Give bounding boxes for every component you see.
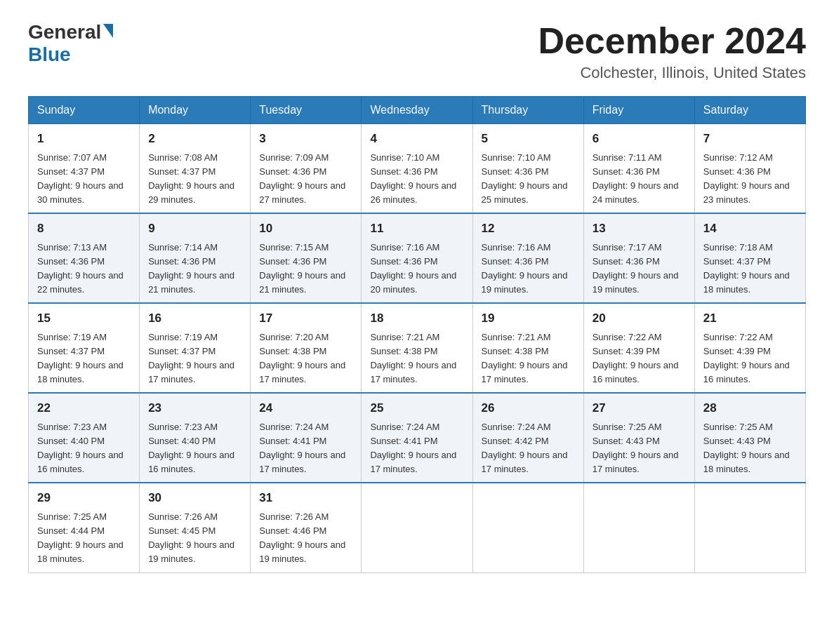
day-info: Sunrise: 7:20 AMSunset: 4:38 PMDaylight:… — [259, 332, 345, 384]
day-info: Sunrise: 7:08 AMSunset: 4:37 PMDaylight:… — [148, 152, 234, 205]
header-tuesday: Tuesday — [251, 97, 362, 124]
day-number: 31 — [259, 489, 352, 507]
day-number: 2 — [148, 130, 241, 148]
day-number: 16 — [148, 309, 241, 328]
table-row: 12 Sunrise: 7:16 AMSunset: 4:36 PMDaylig… — [472, 213, 583, 303]
table-row — [472, 483, 583, 572]
day-info: Sunrise: 7:16 AMSunset: 4:36 PMDaylight:… — [370, 242, 456, 295]
table-row: 10 Sunrise: 7:15 AMSunset: 4:36 PMDaylig… — [251, 213, 362, 303]
day-number: 30 — [148, 489, 241, 507]
day-info: Sunrise: 7:22 AMSunset: 4:39 PMDaylight:… — [593, 332, 679, 384]
day-info: Sunrise: 7:10 AMSunset: 4:36 PMDaylight:… — [370, 152, 456, 205]
day-info: Sunrise: 7:16 AMSunset: 4:36 PMDaylight:… — [482, 242, 568, 295]
calendar-week-row: 22 Sunrise: 7:23 AMSunset: 4:40 PMDaylig… — [29, 393, 806, 483]
header-saturday: Saturday — [694, 97, 805, 124]
location-subtitle: Colchester, Illinois, United States — [538, 64, 806, 82]
header-thursday: Thursday — [472, 97, 583, 124]
day-number: 26 — [482, 399, 575, 417]
page-header: General Blue December 2024 Colchester, I… — [28, 21, 806, 82]
day-number: 24 — [259, 399, 352, 417]
table-row — [362, 483, 472, 572]
table-row: 16 Sunrise: 7:19 AMSunset: 4:37 PMDaylig… — [140, 303, 251, 393]
day-info: Sunrise: 7:21 AMSunset: 4:38 PMDaylight:… — [482, 332, 568, 384]
day-number: 6 — [593, 130, 686, 148]
day-number: 7 — [703, 130, 797, 148]
table-row: 31 Sunrise: 7:26 AMSunset: 4:46 PMDaylig… — [251, 483, 362, 572]
day-number: 23 — [148, 399, 241, 417]
day-info: Sunrise: 7:21 AMSunset: 4:38 PMDaylight:… — [370, 332, 456, 384]
table-row: 2 Sunrise: 7:08 AMSunset: 4:37 PMDayligh… — [140, 124, 251, 214]
day-number: 18 — [370, 309, 463, 328]
day-number: 14 — [703, 220, 797, 238]
day-number: 17 — [259, 309, 352, 328]
day-number: 12 — [482, 220, 575, 238]
day-number: 20 — [593, 309, 686, 328]
table-row: 30 Sunrise: 7:26 AMSunset: 4:45 PMDaylig… — [140, 483, 251, 572]
table-row: 3 Sunrise: 7:09 AMSunset: 4:36 PMDayligh… — [251, 124, 362, 214]
day-info: Sunrise: 7:15 AMSunset: 4:36 PMDaylight:… — [259, 242, 345, 295]
table-row: 28 Sunrise: 7:25 AMSunset: 4:43 PMDaylig… — [694, 393, 805, 483]
table-row: 29 Sunrise: 7:25 AMSunset: 4:44 PMDaylig… — [29, 483, 140, 572]
day-number: 21 — [703, 309, 797, 328]
day-number: 28 — [703, 399, 797, 417]
title-section: December 2024 Colchester, Illinois, Unit… — [538, 21, 806, 82]
day-number: 5 — [482, 130, 575, 148]
day-number: 8 — [37, 220, 131, 238]
day-info: Sunrise: 7:24 AMSunset: 4:42 PMDaylight:… — [482, 422, 568, 474]
day-number: 9 — [148, 220, 241, 238]
table-row: 14 Sunrise: 7:18 AMSunset: 4:37 PMDaylig… — [694, 213, 805, 303]
table-row: 23 Sunrise: 7:23 AMSunset: 4:40 PMDaylig… — [140, 393, 251, 483]
logo-triangle-icon — [103, 24, 113, 38]
day-info: Sunrise: 7:11 AMSunset: 4:36 PMDaylight:… — [593, 152, 679, 205]
day-info: Sunrise: 7:23 AMSunset: 4:40 PMDaylight:… — [37, 422, 124, 474]
day-number: 4 — [370, 130, 463, 148]
day-number: 15 — [37, 309, 131, 328]
day-info: Sunrise: 7:09 AMSunset: 4:36 PMDaylight:… — [259, 152, 345, 205]
day-number: 29 — [37, 489, 131, 507]
table-row: 9 Sunrise: 7:14 AMSunset: 4:36 PMDayligh… — [140, 213, 251, 303]
header-friday: Friday — [583, 97, 694, 124]
day-info: Sunrise: 7:22 AMSunset: 4:39 PMDaylight:… — [703, 332, 790, 384]
table-row: 26 Sunrise: 7:24 AMSunset: 4:42 PMDaylig… — [472, 393, 583, 483]
day-number: 25 — [370, 399, 463, 417]
day-number: 1 — [37, 130, 131, 148]
table-row: 8 Sunrise: 7:13 AMSunset: 4:36 PMDayligh… — [29, 213, 140, 303]
day-info: Sunrise: 7:25 AMSunset: 4:43 PMDaylight:… — [703, 422, 790, 474]
table-row: 13 Sunrise: 7:17 AMSunset: 4:36 PMDaylig… — [583, 213, 694, 303]
table-row: 7 Sunrise: 7:12 AMSunset: 4:36 PMDayligh… — [694, 124, 805, 214]
calendar-table: Sunday Monday Tuesday Wednesday Thursday… — [28, 96, 806, 572]
table-row: 5 Sunrise: 7:10 AMSunset: 4:36 PMDayligh… — [472, 124, 583, 214]
logo-blue-container — [101, 27, 113, 38]
day-info: Sunrise: 7:19 AMSunset: 4:37 PMDaylight:… — [148, 332, 234, 384]
day-number: 3 — [259, 130, 352, 148]
day-info: Sunrise: 7:24 AMSunset: 4:41 PMDaylight:… — [259, 422, 345, 474]
table-row: 1 Sunrise: 7:07 AMSunset: 4:37 PMDayligh… — [29, 124, 140, 214]
table-row: 19 Sunrise: 7:21 AMSunset: 4:38 PMDaylig… — [472, 303, 583, 393]
table-row: 15 Sunrise: 7:19 AMSunset: 4:37 PMDaylig… — [29, 303, 140, 393]
table-row: 22 Sunrise: 7:23 AMSunset: 4:40 PMDaylig… — [29, 393, 140, 483]
table-row: 6 Sunrise: 7:11 AMSunset: 4:36 PMDayligh… — [583, 124, 694, 214]
day-info: Sunrise: 7:19 AMSunset: 4:37 PMDaylight:… — [37, 332, 124, 384]
day-number: 22 — [37, 399, 131, 417]
table-row: 20 Sunrise: 7:22 AMSunset: 4:39 PMDaylig… — [583, 303, 694, 393]
calendar-week-row: 1 Sunrise: 7:07 AMSunset: 4:37 PMDayligh… — [29, 124, 806, 214]
table-row: 11 Sunrise: 7:16 AMSunset: 4:36 PMDaylig… — [362, 213, 472, 303]
calendar-week-row: 15 Sunrise: 7:19 AMSunset: 4:37 PMDaylig… — [29, 303, 806, 393]
day-info: Sunrise: 7:12 AMSunset: 4:36 PMDaylight:… — [703, 152, 790, 205]
day-info: Sunrise: 7:10 AMSunset: 4:36 PMDaylight:… — [482, 152, 568, 205]
day-number: 13 — [593, 220, 686, 238]
table-row: 21 Sunrise: 7:22 AMSunset: 4:39 PMDaylig… — [694, 303, 805, 393]
day-info: Sunrise: 7:18 AMSunset: 4:37 PMDaylight:… — [703, 242, 790, 295]
table-row: 25 Sunrise: 7:24 AMSunset: 4:41 PMDaylig… — [362, 393, 472, 483]
day-number: 27 — [593, 399, 686, 417]
table-row: 24 Sunrise: 7:24 AMSunset: 4:41 PMDaylig… — [251, 393, 362, 483]
day-info: Sunrise: 7:17 AMSunset: 4:36 PMDaylight:… — [593, 242, 679, 295]
table-row: 17 Sunrise: 7:20 AMSunset: 4:38 PMDaylig… — [251, 303, 362, 393]
calendar-week-row: 8 Sunrise: 7:13 AMSunset: 4:36 PMDayligh… — [29, 213, 806, 303]
table-row: 4 Sunrise: 7:10 AMSunset: 4:36 PMDayligh… — [362, 124, 472, 214]
header-wednesday: Wednesday — [362, 97, 472, 124]
day-info: Sunrise: 7:14 AMSunset: 4:36 PMDaylight:… — [148, 242, 234, 295]
day-info: Sunrise: 7:25 AMSunset: 4:44 PMDaylight:… — [37, 511, 124, 564]
day-number: 10 — [259, 220, 352, 238]
day-info: Sunrise: 7:25 AMSunset: 4:43 PMDaylight:… — [593, 422, 679, 474]
